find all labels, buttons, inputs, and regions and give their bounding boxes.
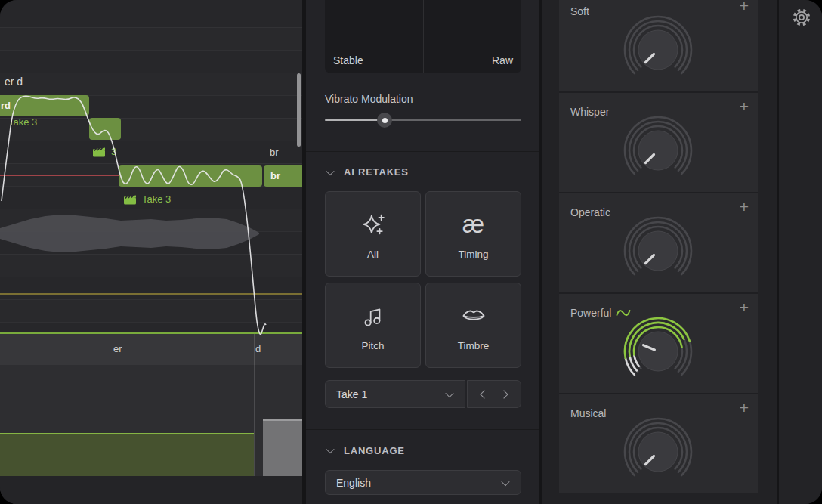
settings-sidebar <box>779 0 822 504</box>
language-title: LANGUAGE <box>344 445 405 456</box>
preset-knob[interactable] <box>622 14 694 86</box>
preset-knob-active[interactable] <box>622 315 694 388</box>
chevron-down-icon[interactable] <box>326 445 334 453</box>
vertical-scrollbar[interactable] <box>297 73 301 147</box>
app-window: er d rd Take 3 3 br br <box>0 0 822 504</box>
lips-icon <box>461 303 487 329</box>
add-preset-button[interactable]: + <box>740 399 749 417</box>
preset-row-whisper: Whisper + <box>559 93 758 193</box>
preset-row-powerful: Powerful + <box>559 294 758 394</box>
slider-handle[interactable] <box>377 113 392 128</box>
retake-timing-button[interactable]: æ Timing <box>425 191 521 277</box>
mode-stable-label[interactable]: Stable <box>333 54 363 66</box>
chevron-down-icon <box>445 389 453 397</box>
preset-knob[interactable] <box>622 416 694 488</box>
section-divider <box>306 429 539 430</box>
preset-label: Soft <box>570 5 589 17</box>
preset-label: Operatic <box>570 206 610 218</box>
retake-pitch-button[interactable]: Pitch <box>325 283 421 368</box>
mode-toggle-divider <box>423 0 424 73</box>
add-preset-button[interactable]: + <box>740 198 749 216</box>
inspector-panel: Stable Raw Vibrato Modulation AI RETAKES… <box>306 0 539 504</box>
preset-label: Musical <box>570 407 606 419</box>
preset-row-soft: Soft + <box>559 0 758 93</box>
retake-button-label: Timing <box>458 249 488 260</box>
ai-retakes-title: AI RETAKES <box>344 166 409 178</box>
preset-list: Soft + Whisper + <box>559 0 758 493</box>
voice-presets-panel: Soft + Whisper + <box>542 0 777 504</box>
ae-phoneme-icon: æ <box>462 208 484 241</box>
language-select-value: English <box>336 477 371 489</box>
add-preset-button[interactable]: + <box>740 0 749 15</box>
preset-label: Whisper <box>570 106 609 118</box>
vibrato-modulation-slider[interactable] <box>325 112 521 128</box>
music-note-icon <box>361 304 385 328</box>
sparkle-plus-icon <box>361 212 385 237</box>
preset-knob[interactable] <box>622 215 694 287</box>
retake-timbre-button[interactable]: Timbre <box>425 283 521 368</box>
take-nav-buttons <box>467 380 521 408</box>
chevron-down-icon[interactable] <box>326 167 334 175</box>
chevron-down-icon <box>501 478 509 486</box>
add-preset-button[interactable]: + <box>740 97 749 116</box>
pitch-curve <box>0 0 302 504</box>
mode-raw-label[interactable]: Raw <box>492 54 513 66</box>
retake-button-label: Pitch <box>361 340 384 351</box>
previous-take-button[interactable] <box>480 390 488 398</box>
take-select[interactable]: Take 1 <box>325 380 465 408</box>
pitch-mode-toggle[interactable]: Stable Raw <box>325 0 521 73</box>
preset-row-musical: Musical + <box>559 394 758 493</box>
retake-all-button[interactable]: All <box>325 191 421 277</box>
gear-icon[interactable] <box>792 8 811 27</box>
add-preset-button[interactable]: + <box>740 298 749 317</box>
slider-track-filled[interactable] <box>325 119 385 121</box>
piano-roll-panel[interactable]: er d rd Take 3 3 br br <box>0 0 302 504</box>
section-divider <box>306 151 539 152</box>
retake-button-label: Timbre <box>458 340 490 351</box>
preset-knob[interactable] <box>622 114 694 187</box>
take-select-value: Take 1 <box>336 388 367 400</box>
vibrato-modulation-label: Vibrato Modulation <box>325 93 413 105</box>
slider-track-empty[interactable] <box>385 119 521 121</box>
next-take-button[interactable] <box>499 390 508 398</box>
retake-button-label: All <box>367 249 379 260</box>
preset-row-operatic: Operatic + <box>559 193 758 294</box>
preset-label: Powerful <box>570 307 611 319</box>
language-select[interactable]: English <box>325 470 521 495</box>
